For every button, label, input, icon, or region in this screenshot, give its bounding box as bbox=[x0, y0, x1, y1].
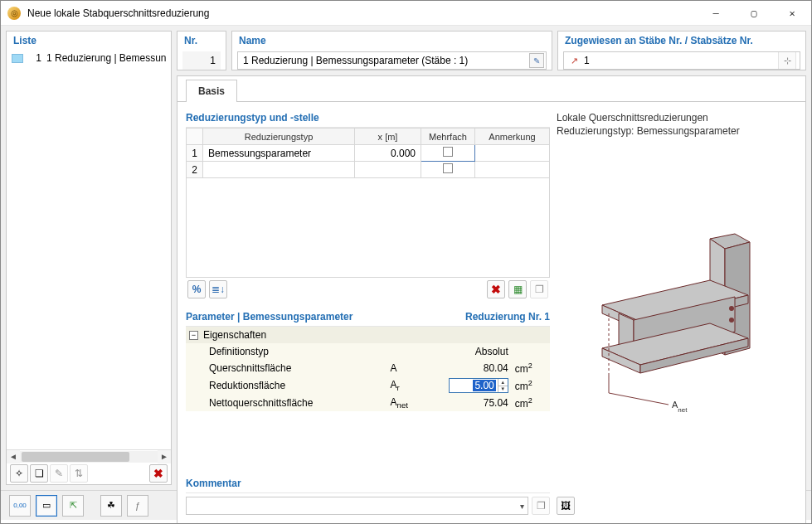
table-row[interactable]: 1 Bemessungsparameter 0.000 bbox=[187, 145, 550, 162]
close-button[interactable]: ✕ bbox=[773, 1, 811, 26]
prop-unit: cm2 bbox=[512, 395, 550, 411]
grid-delete-button[interactable]: ✖ bbox=[487, 280, 505, 298]
list-header: Liste bbox=[7, 32, 171, 51]
prop-label: Definitionstyp bbox=[186, 343, 387, 360]
view3-button[interactable]: ⇱ bbox=[62, 495, 84, 517]
spin-down-icon[interactable]: ▼ bbox=[498, 386, 508, 393]
comment-pick-button[interactable]: ❐ bbox=[532, 497, 550, 515]
prop-label: Querschnittsfläche bbox=[186, 360, 387, 376]
comment-combo[interactable]: ▾ bbox=[186, 497, 528, 515]
grid-copy-button[interactable]: ❐ bbox=[530, 280, 548, 298]
scroll-left-icon[interactable]: ◄ bbox=[7, 450, 20, 463]
spinner[interactable]: ▲▼ bbox=[498, 379, 508, 392]
tab-basis[interactable]: Basis bbox=[186, 80, 237, 102]
assign-value: 1 bbox=[584, 55, 590, 66]
prop-label: Nettoquerschnittsfläche bbox=[186, 395, 387, 411]
name-edit-icon[interactable]: ✎ bbox=[529, 53, 544, 68]
checkbox-icon[interactable] bbox=[443, 163, 453, 173]
copy-button[interactable]: ❏ bbox=[30, 464, 48, 483]
reduction-area-input[interactable]: 5.00 ▲▼ bbox=[449, 378, 508, 393]
table-row[interactable]: 2 bbox=[187, 162, 550, 178]
list-toolbar: ✧ ❏ ✎ ⇅ ✖ bbox=[7, 463, 171, 484]
cell-multi[interactable] bbox=[421, 162, 475, 178]
prop-sym: Ar bbox=[387, 376, 435, 395]
col-note[interactable]: Anmerkung bbox=[475, 129, 550, 145]
cell-type[interactable] bbox=[203, 162, 355, 178]
sort-button[interactable]: ≣↓ bbox=[209, 280, 227, 298]
view4-button[interactable]: ☘ bbox=[100, 495, 122, 517]
grid-exec-button[interactable]: ▦ bbox=[508, 280, 527, 298]
nr-panel: Nr. 1 bbox=[177, 31, 226, 70]
prop-net-area[interactable]: Nettoquerschnittsfläche Anet 75.04 cm2 bbox=[186, 395, 550, 411]
chevron-down-icon: ▾ bbox=[520, 502, 524, 511]
prop-value[interactable]: 5.00 ▲▼ bbox=[435, 376, 511, 395]
parameter-title-text: Parameter | Bemessungsparameter bbox=[186, 311, 353, 323]
nr-value: 1 bbox=[182, 51, 221, 70]
content-area: Liste 1 1 Reduzierung | Bemessungspa ◄ ►… bbox=[1, 26, 811, 490]
cell-note[interactable] bbox=[475, 162, 550, 178]
prop-value[interactable]: 80.04 bbox=[435, 360, 511, 376]
col-multi[interactable]: Mehrfach bbox=[421, 129, 475, 145]
prop-unit bbox=[512, 343, 550, 360]
preview-toolbar: 🖼 bbox=[557, 497, 797, 515]
preview-title: Lokale Querschnittsreduzierungen Reduzie… bbox=[557, 110, 797, 146]
list-swatch-icon bbox=[12, 54, 23, 63]
cell-x[interactable] bbox=[355, 162, 421, 178]
list-hscroll[interactable]: ◄ ► bbox=[7, 449, 171, 463]
tab-basis-content: Reduzierungstyp und -stelle Reduzierungs… bbox=[177, 101, 805, 523]
reduction-grid[interactable]: Reduzierungstyp x [m] Mehrfach Anmerkung… bbox=[186, 128, 550, 178]
header-row: Nr. 1 Name 1 Reduzierung | Bemessungspar… bbox=[177, 31, 806, 70]
tab-panel: Basis Reduzierungstyp und -stelle Reduzi… bbox=[177, 75, 806, 524]
prop-unit: cm2 bbox=[512, 360, 550, 376]
maximize-button[interactable]: ▢ bbox=[735, 1, 773, 26]
scroll-thumb[interactable] bbox=[22, 452, 129, 462]
checkbox-icon[interactable] bbox=[443, 147, 453, 157]
assign-input[interactable]: ↗ 1 ⊹ bbox=[563, 51, 800, 70]
preview-options-button[interactable]: 🖼 bbox=[557, 497, 575, 515]
prop-area[interactable]: Querschnittsfläche A 80.04 cm2 bbox=[186, 360, 550, 376]
view2-button[interactable]: ▭ bbox=[36, 495, 57, 517]
delete-button[interactable]: ✖ bbox=[149, 464, 168, 483]
col-x[interactable]: x [m] bbox=[355, 129, 421, 145]
prop-reduction-area[interactable]: Reduktionsfläche Ar 5.00 ▲▼ cm2 bbox=[186, 376, 550, 395]
pick-wizard-icon[interactable]: ⊹ bbox=[778, 51, 796, 70]
prop-value[interactable]: Absolut bbox=[435, 343, 511, 360]
cell-x[interactable]: 0.000 bbox=[355, 145, 421, 162]
cell-type[interactable]: Bemessungsparameter bbox=[203, 145, 355, 162]
anet-label: Anet bbox=[672, 400, 688, 413]
name-input[interactable]: 1 Reduzierung | Bemessungsparameter (Stä… bbox=[237, 51, 547, 70]
app-icon: ◎ bbox=[7, 7, 21, 20]
col-type[interactable]: Reduzierungstyp bbox=[203, 129, 355, 145]
scroll-right-icon[interactable]: ► bbox=[158, 450, 171, 463]
left-column: Liste 1 1 Reduzierung | Bemessungspa ◄ ►… bbox=[6, 31, 172, 485]
list-item[interactable]: 1 1 Reduzierung | Bemessungspa bbox=[7, 51, 171, 65]
assign-label: Zugewiesen an Stäbe Nr. / Stabsätze Nr. bbox=[558, 32, 805, 51]
name-label: Name bbox=[232, 32, 552, 51]
grid-toolbar: % ≣↓ ✖ ▦ ❐ bbox=[186, 278, 550, 301]
toolbar-btn-4[interactable]: ⇅ bbox=[70, 464, 88, 483]
percent-button[interactable]: % bbox=[187, 280, 206, 298]
grid-empty-area bbox=[186, 178, 550, 278]
toolbar-btn-3[interactable]: ✎ bbox=[50, 464, 68, 483]
property-group[interactable]: −Eigenschaften bbox=[186, 327, 550, 343]
units-button[interactable]: 0,00 bbox=[9, 495, 31, 517]
prop-value[interactable]: 75.04 bbox=[435, 395, 511, 411]
section-svg: Anet bbox=[569, 230, 785, 413]
cell-multi[interactable] bbox=[421, 145, 475, 162]
collapse-icon[interactable]: − bbox=[189, 331, 198, 340]
pick-member-icon[interactable]: ↗ bbox=[567, 54, 581, 67]
new-button[interactable]: ✧ bbox=[10, 464, 28, 483]
prop-label: Reduktionsfläche bbox=[186, 376, 387, 395]
prop-sym: A bbox=[387, 360, 435, 376]
prop-definitiontype[interactable]: Definitionstyp Absolut bbox=[186, 343, 550, 360]
cell-note[interactable] bbox=[475, 145, 550, 162]
assign-panel: Zugewiesen an Stäbe Nr. / Stabsätze Nr. … bbox=[557, 31, 806, 70]
title-bar: ◎ Neue lokale Stabquerschnittsreduzierun… bbox=[1, 1, 811, 26]
properties-table: −Eigenschaften Definitionstyp Absolut Qu… bbox=[186, 327, 550, 411]
spin-up-icon[interactable]: ▲ bbox=[498, 379, 508, 386]
reduction-title: Reduzierungstyp und -stelle bbox=[186, 110, 550, 128]
view5-button[interactable]: ƒ bbox=[127, 495, 148, 517]
main-column: Nr. 1 Name 1 Reduzierung | Bemessungspar… bbox=[177, 31, 806, 485]
list-item-number: 1 bbox=[28, 52, 41, 64]
minimize-button[interactable]: — bbox=[697, 1, 735, 26]
